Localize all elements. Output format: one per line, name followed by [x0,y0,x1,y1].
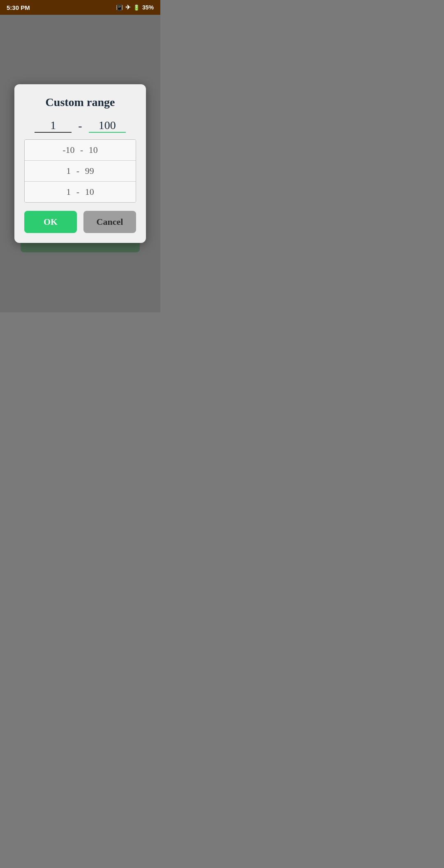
option-1-dash: - [80,145,83,155]
battery-icon: 🔋 [133,5,140,11]
status-bar: 5:30 PM 📳 ✈ 🔋 35% [0,0,160,15]
range-option-2[interactable]: 1 - 99 [25,161,136,182]
to-input[interactable] [89,119,126,133]
range-option-3[interactable]: 1 - 10 [25,182,136,202]
airplane-icon: ✈ [125,4,131,11]
dialog-overlay: Custom range - -10 - 10 1 - 99 1 - 10 [0,15,160,312]
custom-range-dialog: Custom range - -10 - 10 1 - 99 1 - 10 [14,84,146,243]
cancel-button[interactable]: Cancel [83,211,136,233]
option-1-from: -10 [62,145,74,155]
vibrate-icon: 📳 [116,4,123,11]
option-3-dash: - [76,187,79,197]
option-3-to: 10 [85,187,94,197]
option-3-from: 1 [66,187,71,197]
ok-button[interactable]: OK [24,211,77,233]
dialog-buttons: OK Cancel [24,211,136,233]
status-icons: 📳 ✈ 🔋 35% [116,4,154,11]
option-2-to: 99 [85,166,94,176]
dash-separator: - [78,119,82,132]
option-2-dash: - [76,166,79,176]
range-options-list[interactable]: -10 - 10 1 - 99 1 - 10 [24,139,136,203]
status-time: 5:30 PM [7,4,30,11]
range-option-1[interactable]: -10 - 10 [25,140,136,161]
option-1-to: 10 [89,145,98,155]
battery-percent: 35% [142,4,154,11]
from-input[interactable] [35,119,72,133]
range-input-row: - [24,119,136,133]
option-2-from: 1 [66,166,71,176]
dialog-title: Custom range [24,96,136,109]
